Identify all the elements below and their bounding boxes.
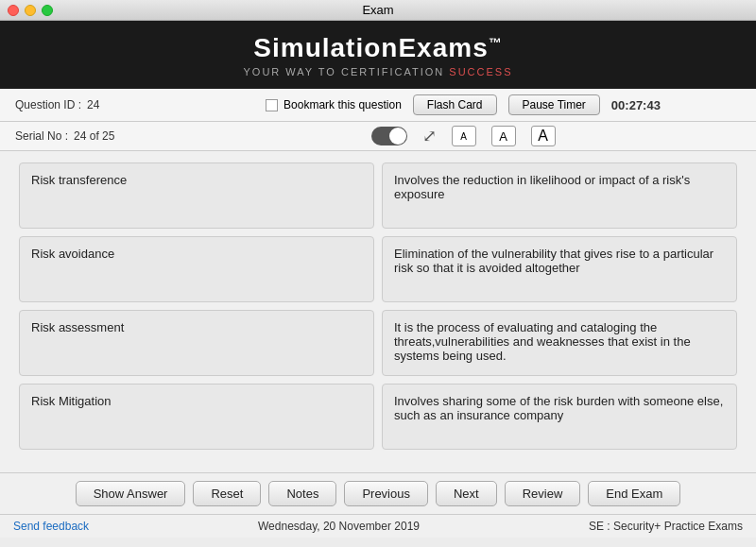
status-bar: Send feedback Wednesday, 20 November 201…	[0, 514, 756, 538]
window-title: Exam	[362, 3, 393, 17]
status-exam: SE : Security+ Practice Exams	[589, 520, 743, 533]
minimize-button[interactable]	[25, 5, 36, 16]
close-button[interactable]	[8, 5, 19, 16]
toggle-knob	[389, 128, 406, 145]
font-small-button[interactable]: A	[452, 126, 476, 146]
meta-bar: Question ID : 24 Bookmark this question …	[0, 89, 756, 122]
timer-display: 00:27:43	[611, 98, 661, 112]
meta-center: Bookmark this question Flash Card Pause …	[185, 94, 741, 115]
previous-button[interactable]: Previous	[344, 481, 428, 506]
main-content: Risk transferenceInvolves the reduction …	[0, 151, 756, 472]
reset-button[interactable]: Reset	[193, 481, 261, 506]
review-button[interactable]: Review	[505, 481, 581, 506]
pause-timer-button[interactable]: Pause Timer	[508, 94, 600, 115]
end-exam-button[interactable]: End Exam	[588, 481, 680, 506]
question-id-row: Question ID : 24	[15, 98, 185, 111]
question-id-value: 24	[87, 98, 99, 111]
flash-term: Risk Mitigation	[19, 384, 374, 450]
notes-button[interactable]: Notes	[268, 481, 336, 506]
bookmark-label: Bookmark this question	[284, 98, 402, 111]
bookmark-checkbox[interactable]	[266, 99, 278, 111]
flash-term: Risk assessment	[19, 310, 374, 376]
flash-definition: Elimination of the vulnerability that gi…	[382, 236, 737, 302]
brand-bar: SimulationExams™ YOUR WAY TO CERTIFICATI…	[0, 21, 756, 89]
flashcard-button[interactable]: Flash Card	[413, 94, 497, 115]
flash-definition: It is the process of evaluating and cata…	[382, 310, 737, 376]
show-answer-button[interactable]: Show Answer	[76, 481, 186, 506]
title-bar: Exam	[0, 0, 756, 21]
meta-controls: ⤢ A A A	[185, 126, 741, 146]
font-medium-button[interactable]: A	[491, 126, 516, 146]
status-date: Wednesday, 20 November 2019	[258, 520, 420, 533]
question-id-label: Question ID :	[15, 98, 81, 111]
traffic-lights	[8, 5, 53, 16]
maximize-button[interactable]	[42, 5, 53, 16]
brand-tm: ™	[489, 34, 503, 49]
expand-icon[interactable]: ⤢	[422, 126, 437, 146]
bottom-bar: Show Answer Reset Notes Previous Next Re…	[0, 472, 756, 514]
flash-term: Risk transference	[19, 162, 374, 229]
bookmark-area: Bookmark this question	[266, 98, 402, 111]
flash-card-grid: Risk transferenceInvolves the reduction …	[19, 162, 737, 450]
flash-definition: Involves the reduction in likelihood or …	[382, 162, 737, 229]
brand-tagline: YOUR WAY TO CERTIFICATION SUCCESS	[243, 66, 512, 77]
serial-no-value: 24 of 25	[74, 129, 114, 143]
flash-term: Risk avoidance	[19, 236, 374, 302]
toggle-switch[interactable]	[371, 127, 407, 145]
font-large-button[interactable]: A	[531, 126, 556, 146]
meta-left: Question ID : 24	[15, 98, 185, 111]
feedback-link[interactable]: Send feedback	[13, 520, 89, 533]
next-button[interactable]: Next	[436, 481, 497, 506]
brand-name: SimulationExams™	[253, 33, 502, 63]
meta-bar2: Serial No : 24 of 25 ⤢ A A A	[0, 122, 756, 151]
flash-definition: Involves sharing some of the risk burden…	[382, 384, 737, 450]
serial-number-row: Serial No : 24 of 25	[15, 129, 185, 143]
serial-no-label: Serial No :	[15, 129, 68, 143]
